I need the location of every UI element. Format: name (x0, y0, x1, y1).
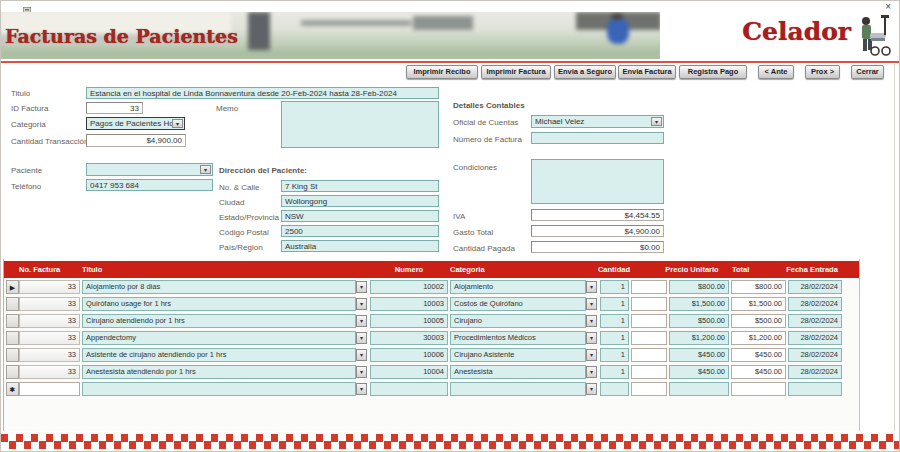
cell-precio-unitario[interactable]: $450.00 (669, 348, 729, 362)
envia-a-seguro-button[interactable]: Envia a Seguro (554, 65, 616, 79)
chevron-down-icon[interactable]: ▾ (172, 119, 183, 128)
cell-numero[interactable]: 30003 (370, 331, 448, 345)
chevron-down-icon[interactable]: ▾ (356, 366, 367, 378)
cell-unidad[interactable] (631, 365, 667, 379)
cell-fecha-entrada[interactable]: 28/02/2024 (788, 314, 842, 328)
record-selector[interactable] (6, 297, 19, 311)
cell-no-factura[interactable]: 33 (19, 365, 80, 379)
cell-categoria[interactable]: Procedimientos Médicos (450, 331, 586, 345)
envia-factura-button[interactable]: Envia Factura (618, 65, 676, 79)
chevron-down-icon[interactable]: ▾ (356, 315, 367, 327)
cell-fecha-entrada[interactable]: 28/02/2024 (788, 365, 842, 379)
cell-no-factura[interactable]: 33 (19, 280, 80, 294)
no-calle-field[interactable]: 7 King St (281, 180, 439, 192)
telefono-field[interactable]: 0417 953 684 (86, 179, 213, 191)
registra-pago-button[interactable]: Registra Pago (679, 65, 747, 79)
cell-fecha-entrada[interactable]: 28/02/2024 (788, 280, 842, 294)
cell-unidad[interactable] (631, 280, 667, 294)
cell-no-factura[interactable] (19, 382, 80, 396)
cantidad-pagada-field[interactable]: $0.00 (531, 241, 664, 253)
chevron-down-icon[interactable]: ▾ (356, 383, 367, 395)
pais-region-field[interactable]: Australia (281, 240, 439, 252)
chevron-down-icon[interactable]: ▾ (586, 349, 597, 361)
cell-precio-unitario[interactable]: $450.00 (669, 365, 729, 379)
chevron-down-icon[interactable]: ▾ (586, 332, 597, 344)
imprimir-recibo-button[interactable]: Imprimir Recibo (406, 65, 478, 79)
chevron-down-icon[interactable]: ▾ (356, 281, 367, 293)
estado-provincia-field[interactable]: NSW (281, 210, 439, 222)
codigo-postal-field[interactable]: 2500 (281, 225, 439, 237)
chevron-down-icon[interactable]: ▾ (586, 281, 597, 293)
cell-numero[interactable]: 10005 (370, 314, 448, 328)
categoria-combobox[interactable]: Pagos de Pacientes Hos ▾ (86, 117, 185, 130)
cell-cantidad[interactable]: 1 (600, 365, 629, 379)
cell-total[interactable] (731, 382, 786, 396)
cantidad-transaccion-field[interactable]: $4,900.00 (86, 134, 186, 147)
cell-categoria[interactable]: Costos de Quirófano (450, 297, 586, 311)
cell-titulo[interactable] (82, 382, 356, 396)
cell-cantidad[interactable]: 1 (600, 331, 629, 345)
cell-categoria[interactable]: Cirujano (450, 314, 586, 328)
cell-no-factura[interactable]: 33 (19, 297, 80, 311)
cell-precio-unitario[interactable] (669, 382, 729, 396)
chevron-down-icon[interactable]: ▾ (586, 383, 597, 395)
chevron-down-icon[interactable]: ▾ (586, 315, 597, 327)
cell-unidad[interactable] (631, 297, 667, 311)
cell-cantidad[interactable] (600, 382, 629, 396)
ciudad-field[interactable]: Wollongong (281, 195, 439, 207)
cell-numero[interactable]: 10002 (370, 280, 448, 294)
paciente-combobox[interactable]: ▾ (86, 163, 213, 176)
cell-titulo[interactable]: Appendectomy (82, 331, 356, 345)
cell-unidad[interactable] (631, 331, 667, 345)
iva-field[interactable]: $4,454.55 (531, 209, 664, 221)
new-record-icon[interactable]: ✱ (6, 382, 19, 396)
cerrar-button[interactable]: Cerrar (851, 65, 884, 79)
anterior-button[interactable]: < Ante (758, 65, 794, 79)
chevron-down-icon[interactable]: ▾ (651, 117, 662, 126)
close-icon[interactable]: × (885, 2, 891, 12)
chevron-down-icon[interactable]: ▾ (586, 298, 597, 310)
cell-categoria[interactable]: Anestesista (450, 365, 586, 379)
cell-fecha-entrada[interactable]: 28/02/2024 (788, 297, 842, 311)
cell-total[interactable]: $450.00 (731, 365, 786, 379)
chevron-down-icon[interactable]: ▾ (356, 332, 367, 344)
memo-field[interactable] (281, 101, 439, 148)
oficial-de-cuentas-combobox[interactable]: Michael Velez ▾ (531, 115, 664, 128)
cell-total[interactable]: $1,200.00 (731, 331, 786, 345)
cell-numero[interactable]: 10004 (370, 365, 448, 379)
cell-total[interactable]: $500.00 (731, 314, 786, 328)
cell-precio-unitario[interactable]: $1,500.00 (669, 297, 729, 311)
chevron-down-icon[interactable]: ▾ (200, 165, 211, 174)
id-factura-field[interactable]: 33 (86, 102, 143, 114)
cell-no-factura[interactable]: 33 (19, 314, 80, 328)
proximo-button[interactable]: Prox > (805, 65, 840, 79)
cell-cantidad[interactable]: 1 (600, 348, 629, 362)
cell-categoria[interactable]: Alojamiento (450, 280, 586, 294)
cell-titulo[interactable]: Quirófano usage for 1 hrs (82, 297, 356, 311)
numero-de-factura-field[interactable] (531, 132, 664, 144)
cell-unidad[interactable] (631, 382, 667, 396)
cell-cantidad[interactable]: 1 (600, 280, 629, 294)
record-selector[interactable] (6, 314, 19, 328)
cell-cantidad[interactable]: 1 (600, 314, 629, 328)
cell-titulo[interactable]: Anestesista atendiendo por 1 hrs (82, 365, 356, 379)
chevron-down-icon[interactable]: ▾ (356, 298, 367, 310)
cell-titulo[interactable]: Asistente de cirujano atendiendo por 1 h… (82, 348, 356, 362)
cell-categoria[interactable]: Cirujano Asistente (450, 348, 586, 362)
cell-titulo[interactable]: Cirujano atendiendo por 1 hrs (82, 314, 356, 328)
cell-numero[interactable] (370, 382, 448, 396)
cell-no-factura[interactable]: 33 (19, 348, 80, 362)
cell-titulo[interactable]: Alojamiento por 8 dias (82, 280, 356, 294)
titulo-field[interactable]: Estancia en el hospital de Linda Bonnave… (86, 87, 439, 99)
cell-cantidad[interactable]: 1 (600, 297, 629, 311)
cell-total[interactable]: $1,500.00 (731, 297, 786, 311)
cell-fecha-entrada[interactable]: 28/02/2024 (788, 348, 842, 362)
record-selector[interactable] (6, 331, 19, 345)
cell-precio-unitario[interactable]: $1,200.00 (669, 331, 729, 345)
chevron-down-icon[interactable]: ▾ (356, 349, 367, 361)
record-selector[interactable] (6, 348, 19, 362)
gasto-total-field[interactable]: $4,900.00 (531, 225, 664, 237)
record-selector[interactable] (6, 365, 19, 379)
cell-total[interactable]: $800.00 (731, 280, 786, 294)
cell-precio-unitario[interactable]: $800.00 (669, 280, 729, 294)
